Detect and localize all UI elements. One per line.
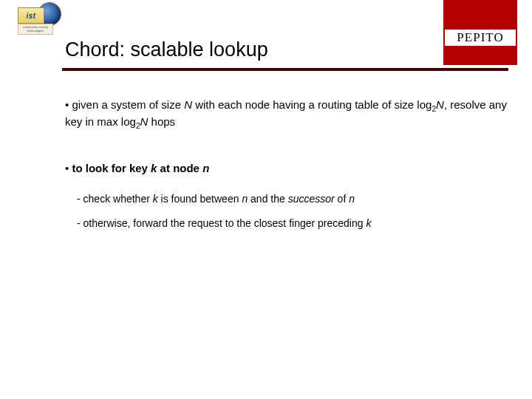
- slide: PEPITO ist information society technolog…: [0, 0, 532, 399]
- ist-caption: information society technologies: [18, 24, 53, 35]
- var-k: k: [366, 217, 371, 229]
- title-rule: [62, 68, 508, 71]
- text: otherwise, forward the request to the cl…: [83, 217, 366, 229]
- var-N: N: [184, 98, 192, 111]
- var-n: n: [202, 162, 209, 174]
- var-n: n: [349, 193, 355, 205]
- slide-body: given a system of size N with each node …: [65, 98, 510, 241]
- ist-caption-2: technologies: [18, 29, 52, 33]
- text: with each node having a routing table of…: [192, 98, 432, 111]
- text: is found between: [158, 193, 242, 205]
- text: given a system of size: [72, 98, 184, 111]
- subbullets: check whether k is found between n and t…: [77, 192, 510, 231]
- ist-badge: ist: [18, 7, 44, 24]
- spacer: [65, 148, 510, 161]
- successor: successor: [288, 193, 335, 205]
- bullet-1: given a system of size N with each node …: [65, 98, 510, 132]
- var-N: N: [140, 115, 149, 128]
- text: to look for key: [72, 162, 151, 174]
- subbullet-2: otherwise, forward the request to the cl…: [77, 216, 510, 231]
- ist-logo: ist information society technologies: [18, 3, 58, 37]
- var-N: N: [436, 98, 444, 111]
- text: of: [335, 193, 349, 205]
- var-n: n: [242, 193, 248, 205]
- brand-label: PEPITO: [445, 30, 516, 46]
- slide-title: Chord: scalable lookup: [65, 38, 268, 61]
- subbullet-1: check whether k is found between n and t…: [77, 192, 510, 206]
- text: and the: [248, 193, 288, 205]
- text: at node: [157, 162, 202, 174]
- var-k: k: [153, 193, 158, 205]
- text: check whether: [83, 193, 153, 205]
- text: hops: [148, 115, 175, 128]
- bullet-2: to look for key k at node n: [65, 161, 510, 176]
